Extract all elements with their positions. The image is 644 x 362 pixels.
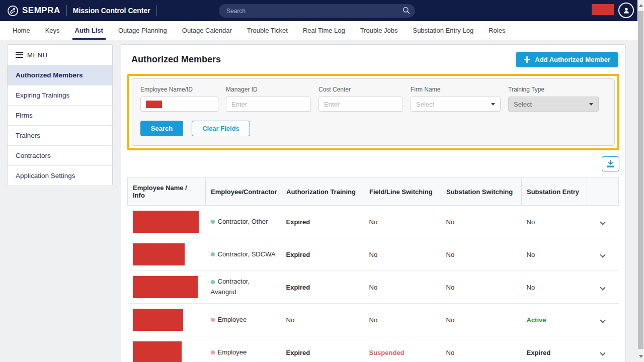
field-line-switching-status: No [364,271,441,304]
chevron-down-icon[interactable] [600,350,605,355]
sidebar-item-firms[interactable]: Firms [8,105,112,125]
global-search-input[interactable] [219,4,415,18]
firm-name-select[interactable]: Select [411,97,501,112]
col-field-line-switching: Field/Line Switching [364,178,441,206]
page-header: Authorized Members Add Authorized Member [121,45,625,74]
scrollbar-thumb[interactable] [638,11,643,349]
training-type-select[interactable]: Select [508,97,599,112]
tab-real-time-log[interactable]: Real Time Log [295,21,353,40]
authorization-training-status: Expired [281,336,364,362]
sidebar-item-trainers[interactable]: Trainers [8,125,112,145]
page-title: Authorized Members [131,54,221,65]
sempra-logo-icon [7,5,19,17]
divider [156,5,157,16]
search-icon[interactable] [403,7,410,14]
substation-switching-status: No [441,304,522,336]
col-actions [587,178,619,206]
redacted-member-name [133,341,182,362]
tab-trouble-jobs[interactable]: Trouble Jobs [353,21,406,40]
col-employee-name: Employee Name / Info [128,178,206,206]
sidebar-item-contractors[interactable]: Contractors [8,145,112,165]
employee-status-dot [211,350,215,354]
substation-entry-status: Active [522,304,587,336]
authorization-training-status: No [281,304,364,336]
chevron-down-icon[interactable] [600,285,605,290]
tab-keys[interactable]: Keys [38,21,67,40]
employee-name-label: Employee Name/ID [140,86,218,93]
substation-switching-status: No [441,206,522,238]
manager-id-label: Manager ID [226,86,311,93]
primary-nav: Home Keys Auth List Outage Planning Outa… [0,21,644,40]
table-toolbar [121,150,625,175]
tab-outage-calendar[interactable]: Outage Calendar [175,21,239,40]
authorization-training-status: Expired [281,206,364,238]
chevron-down-icon[interactable] [600,219,605,225]
sidebar-item-application-settings[interactable]: Application Settings [8,165,112,186]
plus-icon [524,56,530,63]
cost-center-input[interactable] [318,97,403,112]
field-line-switching-status: No [364,238,441,271]
sidebar: MENU Authorized Members Expiring Trainin… [7,44,113,186]
hamburger-menu-icon [16,50,23,59]
chevron-down-icon[interactable] [600,252,605,257]
cost-center-label: Cost Center [318,86,403,93]
caret-down-icon [589,103,593,106]
download-icon [606,160,615,168]
col-substation-switching: Substation Switching [441,178,522,206]
page-scrollbar[interactable] [637,0,644,362]
firm-name-field: Firm Name Select [411,86,501,112]
brand-name: SEMPRA [22,6,60,16]
substation-switching-status: No [441,271,522,304]
brand-logo: SEMPRA [7,5,60,17]
sidebar-menu-toggle[interactable]: MENU [8,45,112,65]
redacted-employee-name-value [146,101,162,108]
tab-auth-list[interactable]: Auth List [67,21,111,40]
firm-name-label: Firm Name [411,86,501,93]
redacted-member-name [133,276,198,298]
tab-outage-planning[interactable]: Outage Planning [111,21,175,40]
contractor-status-dot [211,220,215,224]
col-substation-entry: Substation Entry [522,178,587,206]
redacted-member-name [133,211,199,233]
scroll-up-arrow[interactable] [637,2,644,9]
field-line-switching-status: No [364,206,441,238]
substation-entry-status: Expired [522,336,587,362]
training-type-field: Training Type Select [508,86,599,112]
employee-status-dot [211,318,215,322]
sidebar-item-authorized-members[interactable]: Authorized Members [8,65,112,85]
employee-name-input[interactable] [140,97,218,112]
substation-switching-status: No [441,238,522,271]
col-employee-contractor: Employee/Contractor [206,178,281,206]
employee-name-field: Employee Name/ID [140,86,218,112]
redacted-member-name [133,243,185,265]
contractor-status-dot [211,280,215,284]
tab-roles[interactable]: Roles [481,21,513,40]
user-avatar-icon[interactable] [618,3,634,18]
authorized-members-table: Employee Name / Info Employee/Contractor… [127,177,619,362]
table-row: Employee Expired Suspended No Expired [128,336,619,362]
app-title: Mission Control Center [73,7,150,15]
tab-home[interactable]: Home [5,21,38,40]
search-button[interactable]: Search [140,121,183,136]
authorization-training-status: Expired [281,271,364,304]
field-line-switching-status: Suspended [364,336,441,362]
substation-entry-status: No [522,238,587,271]
main-content-card: Authorized Members Add Authorized Member… [121,44,626,362]
clear-fields-button[interactable]: Clear Fields [192,121,250,136]
authorization-training-status: Expired [281,238,364,271]
tab-trouble-ticket[interactable]: Trouble Ticket [239,21,295,40]
manager-id-input[interactable] [226,97,311,112]
col-authorization-training: Authorization Training [281,178,364,206]
table-row: Contractor, Other Expired No No No [128,206,619,238]
scroll-down-arrow[interactable] [637,353,644,360]
top-app-bar: SEMPRA Mission Control Center [0,0,644,21]
download-export-button[interactable] [602,156,619,171]
substation-switching-status: No [441,336,522,362]
divider [66,5,67,16]
tab-substation-entry-log[interactable]: Substation Entry Log [405,21,481,40]
sidebar-item-expiring-trainings[interactable]: Expiring Trainings [8,85,112,105]
menu-label: MENU [27,51,48,59]
add-authorized-member-button[interactable]: Add Authorized Member [516,52,618,67]
redacted-username [592,4,614,15]
chevron-down-icon[interactable] [600,317,605,323]
